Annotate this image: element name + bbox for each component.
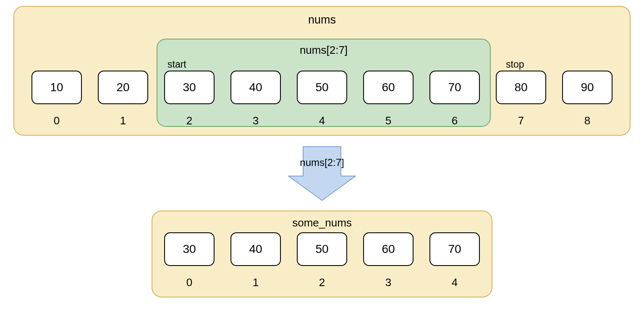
cell: 50	[297, 232, 347, 266]
arrow-label: nums[2:7]	[280, 157, 364, 168]
cell: 70	[429, 232, 480, 266]
index-label: 0	[54, 114, 60, 127]
cell: 60	[363, 71, 414, 104]
list-item: 403	[230, 71, 281, 127]
index-label: 6	[452, 114, 458, 127]
result-wrap: some_nums 300401502603704	[13, 210, 631, 297]
cell: 80	[496, 71, 546, 104]
index-label: 3	[385, 276, 391, 289]
list-item: 502	[297, 232, 347, 289]
nums-row: 100201302403504605706807908	[23, 71, 621, 127]
list-item: 401	[230, 232, 281, 289]
arrow-wrap: nums[2:7]	[13, 144, 631, 203]
cell: 60	[363, 232, 414, 266]
list-item: 807	[496, 71, 546, 127]
cell: 10	[31, 71, 82, 104]
cell: 40	[230, 232, 281, 266]
index-label: 8	[584, 114, 590, 127]
list-item: 300	[164, 232, 215, 289]
list-item: 100	[31, 71, 82, 127]
cell: 20	[98, 71, 148, 104]
nums-title: nums	[14, 13, 630, 26]
index-label: 2	[186, 114, 192, 127]
cell: 30	[164, 71, 215, 104]
list-item: 603	[363, 232, 414, 289]
some-nums-container: some_nums 300401502603704	[152, 210, 492, 297]
some-nums-row: 300401502603704	[164, 232, 480, 289]
some-nums-title: some_nums	[152, 216, 492, 229]
index-label: 3	[253, 114, 259, 127]
arrow-down-icon: nums[2:7]	[280, 144, 364, 203]
list-item: 605	[363, 71, 414, 127]
start-label: start	[168, 59, 186, 70]
list-item: 201	[98, 71, 148, 127]
cell: 70	[429, 71, 480, 104]
index-label: 4	[319, 114, 325, 127]
cell: 50	[297, 71, 347, 104]
slice-label: nums[2:7]	[157, 44, 490, 57]
index-label: 1	[120, 114, 126, 127]
cell: 40	[230, 71, 281, 104]
nums-container: nums nums[2:7] start stop 10020130240350…	[13, 6, 631, 136]
list-item: 504	[297, 71, 347, 127]
index-label: 4	[452, 276, 458, 289]
list-item: 302	[164, 71, 215, 127]
index-label: 0	[186, 276, 192, 289]
list-item: 908	[562, 71, 613, 127]
index-label: 2	[319, 276, 325, 289]
stop-label: stop	[506, 59, 524, 70]
slice-diagram: nums nums[2:7] start stop 10020130240350…	[13, 6, 631, 297]
cell: 30	[164, 232, 215, 266]
index-label: 7	[518, 114, 524, 127]
cell: 90	[562, 71, 613, 104]
list-item: 704	[429, 232, 480, 289]
index-label: 5	[385, 114, 391, 127]
list-item: 706	[429, 71, 480, 127]
index-label: 1	[253, 276, 259, 289]
